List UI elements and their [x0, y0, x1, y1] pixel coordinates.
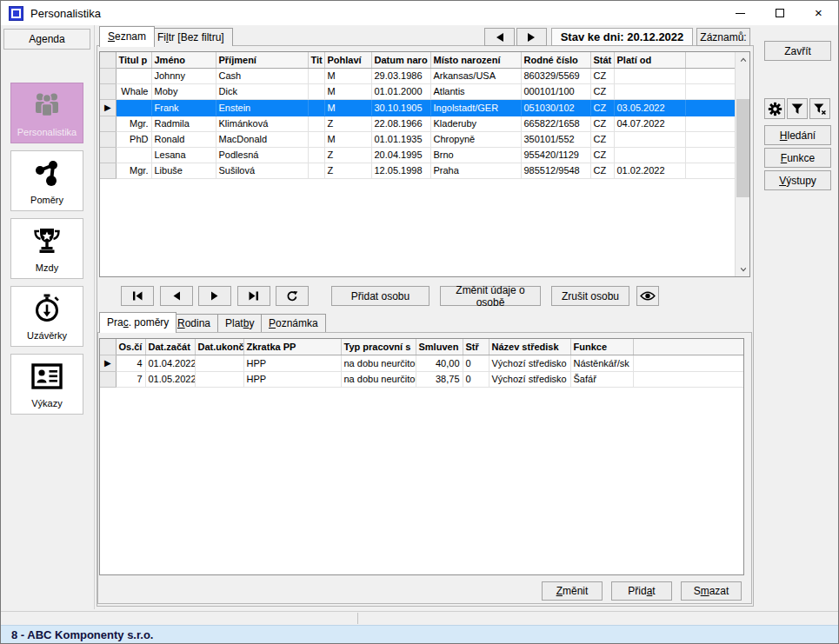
- cell[interactable]: [614, 147, 685, 163]
- cell[interactable]: 051030/102: [521, 99, 590, 116]
- cell[interactable]: Z: [324, 147, 371, 163]
- delete-contract-button[interactable]: Smazat: [681, 581, 742, 601]
- cell[interactable]: 985512/9548: [521, 163, 590, 178]
- cell[interactable]: HPP: [243, 371, 341, 387]
- filter-clear-button[interactable]: [809, 98, 830, 119]
- column-header[interactable]: Stř: [463, 339, 489, 355]
- cell[interactable]: Praha: [430, 163, 521, 178]
- tab-prac-pomery[interactable]: Prac. poměry: [99, 312, 176, 333]
- cell[interactable]: 01.01.1935: [371, 131, 430, 147]
- cell[interactable]: 30.10.1905: [371, 99, 430, 116]
- prev-period-button[interactable]: [484, 28, 515, 46]
- cell[interactable]: 03.05.2022: [614, 99, 685, 116]
- sidebar-item-pomery[interactable]: Poměry: [10, 150, 83, 211]
- column-header[interactable]: Zkratka PP: [243, 339, 341, 355]
- cell[interactable]: [614, 68, 685, 83]
- column-header[interactable]: Platí od: [614, 52, 685, 68]
- cell[interactable]: Z: [324, 163, 371, 178]
- cell[interactable]: Lesana: [151, 147, 216, 163]
- close-button[interactable]: ×: [799, 1, 838, 25]
- sidebar-item-uzaverky[interactable]: Uzávěrky: [10, 286, 83, 347]
- current-row-marker[interactable]: ▶: [100, 355, 116, 371]
- cell[interactable]: Mgr.: [116, 163, 151, 178]
- cell[interactable]: Arkansas/USA: [430, 68, 521, 83]
- edit-person-button[interactable]: Změnit údaje o osobě: [440, 286, 541, 306]
- cell[interactable]: 955420/1129: [521, 147, 590, 163]
- cell[interactable]: 29.03.1986: [371, 68, 430, 83]
- tab-poznamka[interactable]: Poznámka: [261, 314, 326, 332]
- column-header[interactable]: Datum naro: [371, 52, 430, 68]
- cell[interactable]: Šafář: [570, 371, 633, 387]
- row-selector[interactable]: [100, 131, 116, 147]
- cell[interactable]: M: [324, 99, 371, 116]
- cell[interactable]: 20.04.1995: [371, 147, 430, 163]
- cell[interactable]: Moby: [151, 83, 216, 99]
- row-selector[interactable]: [100, 163, 116, 178]
- cell[interactable]: Ingolstadt/GER: [430, 99, 521, 116]
- cell[interactable]: Radmila: [151, 116, 216, 131]
- next-record-button[interactable]: [198, 286, 231, 306]
- add-person-button[interactable]: Přidat osobu: [331, 286, 429, 306]
- table-row[interactable]: ▶401.04.2022HPPna dobu neurčitou40,000Vý…: [100, 355, 743, 371]
- column-header[interactable]: Místo narození: [430, 52, 521, 68]
- outputs-button[interactable]: Výstupy: [764, 170, 831, 190]
- cell[interactable]: Chropyně: [430, 131, 521, 147]
- cell[interactable]: Z: [324, 116, 371, 131]
- cell[interactable]: Podlesná: [216, 147, 308, 163]
- cell[interactable]: [195, 355, 243, 371]
- table-row[interactable]: ▶FrankEnsteinM30.10.1905Ingolstadt/GER05…: [100, 99, 736, 116]
- cell[interactable]: M: [324, 83, 371, 99]
- cell[interactable]: 01.04.2022: [145, 355, 195, 371]
- table-row[interactable]: LesanaPodlesnáZ20.04.1995Brno955420/1129…: [100, 147, 736, 163]
- cell[interactable]: CZ: [590, 99, 614, 116]
- functions-button[interactable]: Funkce: [764, 148, 831, 168]
- cell[interactable]: [195, 371, 243, 387]
- cell[interactable]: 38,75: [416, 371, 463, 387]
- cell[interactable]: 01.01.2000: [371, 83, 430, 99]
- cell[interactable]: M: [324, 131, 371, 147]
- row-selector[interactable]: [100, 83, 116, 99]
- sidebar-item-personalistika[interactable]: Personalistika: [10, 83, 83, 143]
- column-header[interactable]: Dat.ukonč: [195, 339, 243, 355]
- cell[interactable]: 22.08.1966: [371, 116, 430, 131]
- row-selector[interactable]: [100, 116, 116, 131]
- scroll-up-button[interactable]: [736, 52, 750, 67]
- cell[interactable]: 4: [116, 355, 145, 371]
- column-header[interactable]: Smluven: [416, 339, 463, 355]
- cell[interactable]: CZ: [590, 68, 614, 83]
- cell[interactable]: [614, 131, 685, 147]
- table-row[interactable]: Mgr.RadmilaKlimánkováZ22.08.1966Kladerub…: [100, 116, 736, 131]
- row-selector[interactable]: [100, 147, 116, 163]
- scroll-down-button[interactable]: [736, 262, 750, 276]
- column-header[interactable]: Os.čí: [116, 339, 145, 355]
- cell[interactable]: [308, 68, 324, 83]
- cell[interactable]: na dobu neurčitou: [341, 371, 416, 387]
- column-header[interactable]: Funkce: [570, 339, 633, 355]
- column-header[interactable]: Typ pracovní s: [341, 339, 416, 355]
- tab-filtr[interactable]: Filtr [Bez filtru]: [149, 28, 233, 46]
- tab-seznam[interactable]: Seznam: [99, 26, 155, 47]
- table-row[interactable]: Mgr.LibušeSušilováZ12.05.1998Praha985512…: [100, 163, 736, 178]
- table-row[interactable]: WhaleMobyDickM01.01.2000Atlantis000101/1…: [100, 83, 736, 99]
- cell[interactable]: 0: [463, 371, 489, 387]
- cell[interactable]: [308, 163, 324, 178]
- cell[interactable]: CZ: [590, 83, 614, 99]
- cell[interactable]: 665822/1658: [521, 116, 590, 131]
- cell[interactable]: [116, 147, 151, 163]
- cell[interactable]: Frank: [151, 99, 216, 116]
- cell[interactable]: 350101/552: [521, 131, 590, 147]
- cell[interactable]: 0: [463, 355, 489, 371]
- agenda-header-button[interactable]: Agenda: [3, 29, 90, 50]
- add-contract-button[interactable]: Přidat: [611, 581, 672, 601]
- cell[interactable]: Klimánková: [216, 116, 308, 131]
- cell[interactable]: [308, 99, 324, 116]
- cell[interactable]: CZ: [590, 116, 614, 131]
- column-header[interactable]: Stát: [590, 52, 614, 68]
- change-contract-button[interactable]: Změnit: [542, 581, 603, 601]
- table-row[interactable]: 701.05.2022HPPna dobu neurčitou38,750Výc…: [100, 371, 743, 387]
- cell[interactable]: na dobu neurčitou: [341, 355, 416, 371]
- minimize-button[interactable]: [721, 1, 760, 25]
- row-selector[interactable]: [100, 371, 116, 387]
- table-row[interactable]: PhDRonaldMacDonaldM01.01.1935Chropyně350…: [100, 131, 736, 147]
- cell[interactable]: Libuše: [151, 163, 216, 178]
